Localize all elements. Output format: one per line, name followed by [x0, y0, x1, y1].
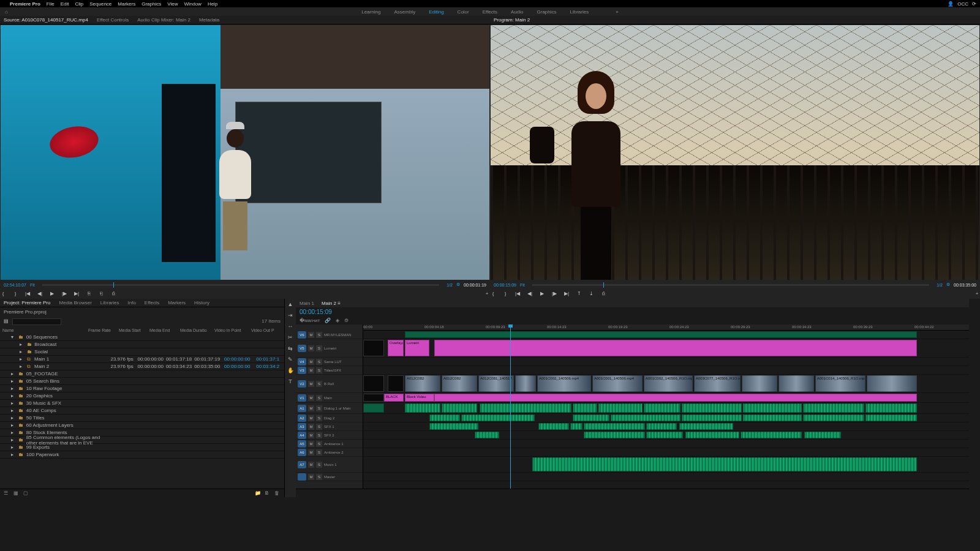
new-bin-icon[interactable]: 📁	[255, 490, 261, 497]
track-target[interactable]: A6	[298, 449, 306, 456]
trash-icon[interactable]: 🗑	[274, 490, 281, 497]
solo-button[interactable]: S	[316, 359, 322, 365]
settings-icon[interactable]: ⚙	[946, 282, 950, 287]
program-viewport[interactable]	[491, 25, 979, 280]
clip[interactable]: A012C082	[442, 375, 477, 392]
mute-button[interactable]: M	[308, 367, 314, 373]
time-ruler[interactable]: 00:0000:00:04:1800:00:09:2300:00:14:2300…	[363, 324, 969, 331]
bin-row[interactable]: ▸🖿60 Adjustment Layers	[0, 422, 284, 429]
track-A3[interactable]	[363, 422, 969, 431]
mute-button[interactable]: M	[308, 449, 314, 455]
clip[interactable]	[584, 432, 645, 438]
track-header-MX[interactable]: MSMaster	[296, 473, 363, 481]
mute-button[interactable]: M	[308, 332, 314, 338]
hand-tool[interactable]: ✋	[287, 367, 294, 375]
selection-tool[interactable]: ▲	[287, 301, 294, 309]
clip[interactable]: A012C082	[405, 375, 440, 392]
mark-in-button[interactable]: {	[490, 291, 496, 297]
icon-view-icon[interactable]: ▦	[13, 490, 20, 497]
source-scrub-track[interactable]	[42, 284, 440, 286]
mark-out-button[interactable]: }	[502, 291, 508, 297]
mute-button[interactable]: M	[308, 432, 314, 438]
clip[interactable]	[742, 375, 777, 392]
tab-source-3[interactable]: Metadata	[199, 17, 219, 23]
track-MX[interactable]	[363, 473, 969, 481]
mute-button[interactable]: M	[308, 395, 314, 401]
tab-markers[interactable]: Markers	[168, 300, 186, 305]
clip[interactable]	[679, 423, 733, 430]
clip[interactable]: BLACK	[384, 394, 404, 402]
solo-button[interactable]: S	[316, 441, 322, 447]
tab-source-0[interactable]: Source: A010C078_140517_RUC.mp4	[4, 17, 88, 23]
track-header-A1[interactable]: A1MSDialog 1 or Main	[296, 403, 363, 414]
track-header-V3[interactable]: V3MSTitles/GFX	[296, 366, 363, 375]
mute-button[interactable]: M	[308, 381, 314, 387]
step-fwd-button[interactable]: |▶	[61, 291, 67, 297]
clip[interactable]	[584, 423, 645, 430]
clip[interactable]	[405, 331, 917, 338]
tab-project-premiere-pro[interactable]: Project: Premiere Pro	[4, 300, 50, 305]
solo-button[interactable]: S	[316, 345, 322, 351]
goto-out-button[interactable]: ▶|	[564, 291, 570, 297]
linked-selection-icon[interactable]: 🔗	[325, 318, 331, 323]
col-frame-rate[interactable]: Frame Rate	[88, 328, 119, 332]
clip[interactable]	[682, 403, 742, 413]
step-back-button[interactable]: ◀|	[527, 291, 533, 297]
user-icon[interactable]: 👤	[948, 1, 954, 7]
tab-seq-main-2[interactable]: Main 2 ≡	[322, 301, 341, 306]
clip[interactable]	[363, 403, 384, 413]
track-V2[interactable]: A012C082A012C082A012C081_140517.mp4A001C…	[363, 375, 969, 393]
disclosure-icon[interactable]: ▸	[20, 356, 24, 362]
track-V1[interactable]: BLACKBlack Video	[363, 393, 969, 403]
clip[interactable]	[532, 457, 917, 471]
menu-edit[interactable]: Edit	[61, 1, 69, 7]
source-viewport[interactable]	[1, 25, 489, 280]
disclosure-icon[interactable]: ▾	[11, 334, 16, 340]
col-media-start[interactable]: Media Start	[119, 328, 149, 332]
clip[interactable]	[434, 394, 917, 402]
settings-icon[interactable]: ⚙	[456, 282, 460, 287]
play-button[interactable]: ▶	[49, 291, 55, 297]
clip[interactable]	[363, 394, 384, 402]
clip[interactable]	[803, 414, 864, 421]
track-A1[interactable]	[363, 403, 969, 414]
workspace-audio[interactable]: Audio	[511, 9, 523, 15]
menu-window[interactable]: Window	[184, 1, 201, 7]
clip[interactable]: A012C081_140517.mp4	[478, 375, 514, 392]
menu-markers[interactable]: Markers	[118, 1, 135, 7]
list-view-icon[interactable]: ☰	[4, 490, 10, 497]
clip[interactable]	[611, 414, 680, 421]
clip[interactable]	[570, 423, 582, 430]
disclosure-icon[interactable]: ▸	[11, 393, 16, 399]
tab-libraries[interactable]: Libraries	[100, 300, 119, 305]
mute-button[interactable]: M	[308, 415, 314, 421]
goto-out-button[interactable]: ▶|	[74, 291, 80, 297]
clip[interactable]	[363, 375, 384, 392]
fit-menu[interactable]: Fit	[30, 283, 35, 287]
play-button[interactable]: ▶	[539, 291, 545, 297]
bin-row[interactable]: ▸🖿100 Paperwork	[0, 451, 284, 459]
track-target[interactable]: V2	[298, 380, 306, 388]
track-target[interactable]: V5	[298, 345, 306, 352]
bin-row[interactable]: ▸🖿10 Raw Footage	[0, 385, 284, 392]
clip[interactable]	[388, 375, 404, 392]
track-target[interactable]: A5	[298, 440, 306, 448]
clip[interactable]	[743, 414, 802, 421]
goto-in-button[interactable]: |◀	[514, 291, 521, 297]
bin-row[interactable]: ▸🖿30 Music & SFX	[0, 400, 284, 407]
col-media-duratio[interactable]: Media Duratio	[180, 328, 214, 332]
mute-button[interactable]: M	[308, 359, 314, 365]
program-scrub-track[interactable]	[532, 284, 930, 286]
col-video-out-p[interactable]: Video Out P	[251, 328, 283, 332]
clip[interactable]	[434, 340, 917, 356]
bin-row[interactable]: ▸🖿50 Titles	[0, 414, 284, 422]
settings-icon[interactable]: ⚙	[344, 318, 349, 323]
clip[interactable]	[682, 414, 742, 421]
playhead[interactable]	[510, 324, 511, 489]
workspace-overflow-icon[interactable]: »	[616, 9, 618, 15]
track-A2[interactable]	[363, 414, 969, 422]
track-header-V6[interactable]: V6MSMR.MYLESMAN	[296, 331, 363, 339]
track-header-A7[interactable]: A7MSMusic 1	[296, 457, 363, 473]
solo-button[interactable]: S	[316, 405, 322, 411]
button-editor-icon[interactable]: +	[484, 291, 490, 297]
